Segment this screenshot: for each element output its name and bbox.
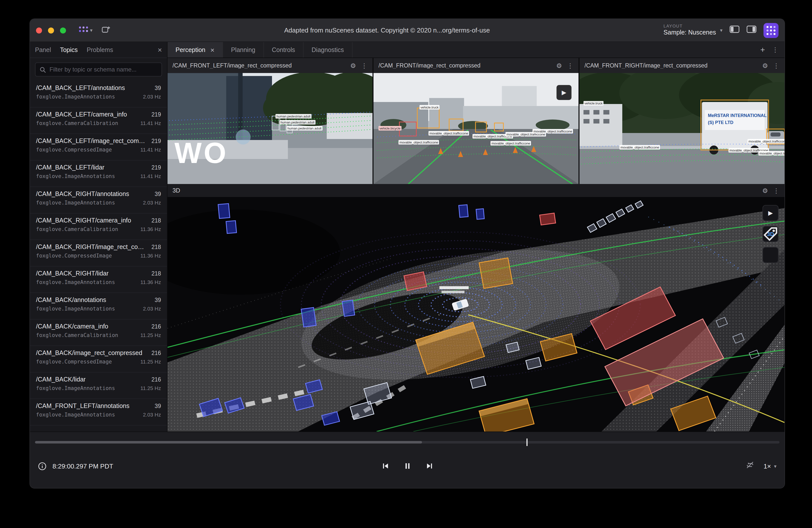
tab-label: Diagnostics <box>311 46 344 53</box>
panel-settings-button[interactable]: ⚙ <box>762 187 768 194</box>
tab-perception[interactable]: Perception × <box>168 42 223 58</box>
sidebar-tab-panel[interactable]: Panel <box>35 46 51 53</box>
panel-settings-button[interactable]: ⚙ <box>556 62 562 69</box>
topic-row[interactable]: /CAM_BACK/camera_info 216 foxglove.Camer… <box>30 320 167 346</box>
title-bar: ▾ Adapted from nuScenes dataset. Copyrig… <box>30 19 784 42</box>
layout-label: LAYOUT <box>664 24 682 29</box>
topic-name: /CAM_BACK_LEFT/camera_info <box>36 111 127 118</box>
tab-close-icon[interactable]: × <box>211 46 215 53</box>
topic-row[interactable]: /CAM_BACK/lidar 216 foxglove.ImageAnnota… <box>30 372 167 399</box>
seek-forward-button[interactable] <box>425 461 434 470</box>
info-icon[interactable] <box>38 462 46 470</box>
playback-speed-control[interactable]: 1× ▾ <box>764 462 777 470</box>
traffic-light-close[interactable] <box>36 27 42 33</box>
loop-toggle-button[interactable] <box>745 460 754 471</box>
app-menu-button[interactable]: ▾ <box>79 26 92 34</box>
layout-tab-bar: Perception × Planning Controls <box>168 42 784 58</box>
topic-schema: foxglove.CompressedImage <box>36 252 112 259</box>
panel-header: /CAM_FRONT_RIGHT/image_rect_compressed ⚙… <box>580 58 784 73</box>
topic-schema: foxglove.ImageAnnotations <box>36 173 115 179</box>
sidebar-close-button[interactable]: × <box>158 46 162 54</box>
camera-panels-row: /CAM_FRONT_LEFT/image_rect_compressed ⚙ … <box>168 58 784 184</box>
topic-schema: foxglove.CompressedImage <box>36 358 112 365</box>
topic-row[interactable]: /CAM_BACK/image_rect_compressed 216 foxg… <box>30 346 167 372</box>
foxglove-logo[interactable] <box>764 23 779 38</box>
topic-schema: foxglove.ImageAnnotations <box>36 93 115 100</box>
traffic-light-minimize[interactable] <box>48 27 54 33</box>
truck-sign-line1: MeRSTAR INTERNATIONAL <box>708 113 767 118</box>
layout-tab[interactable]: Diagnostics <box>304 42 352 58</box>
topic-frequency: 11.36 Hz <box>141 226 161 232</box>
app-window: ▾ Adapted from nuScenes dataset. Copyrig… <box>29 18 785 488</box>
panel-title: /CAM_FRONT/image_rect_compressed <box>378 62 551 69</box>
topic-row[interactable]: /CAM_BACK_LEFT/image_rect_compressed 219… <box>30 134 167 161</box>
topic-row[interactable]: /CAM_BACK_LEFT/annotations 39 foxglove.I… <box>30 81 167 107</box>
topic-row[interactable]: /CAM_FRONT_LEFT/annotations 39 foxglove.… <box>30 399 167 425</box>
topic-schema: foxglove.ImageAnnotations <box>36 279 115 285</box>
add-tab-button[interactable]: + <box>760 46 765 54</box>
topic-schema: foxglove.ImageAnnotations <box>36 385 115 391</box>
layout-tab[interactable]: Controls <box>264 42 304 58</box>
left-sidebar-icon <box>729 26 740 33</box>
topic-row[interactable]: /CAM_BACK_RIGHT/image_rect_compressed 21… <box>30 240 167 266</box>
topic-frequency: 11.36 Hz <box>141 279 161 285</box>
camera-image-front[interactable]: vehicle.truck vehicle.bicycle movable_ob… <box>374 73 579 184</box>
topic-name: /CAM_BACK_RIGHT/camera_info <box>36 217 131 224</box>
topic-frequency: 11.41 Hz <box>141 120 161 126</box>
topic-row[interactable]: /CAM_BACK_LEFT/lidar 219 foxglove.ImageA… <box>30 161 167 187</box>
pause-button[interactable] <box>403 461 412 470</box>
topic-frequency: 2.03 Hz <box>143 200 161 205</box>
tag-icon <box>763 205 779 263</box>
skip-back-icon <box>381 461 390 470</box>
add-window-button[interactable] <box>102 25 111 35</box>
topic-message-count: 218 <box>151 270 161 277</box>
camera-scene-front-left: WO <box>168 73 373 184</box>
topic-filter-input[interactable] <box>49 66 158 73</box>
speed-value: 1× <box>764 462 771 470</box>
play-icon: ▶ <box>562 89 566 96</box>
topic-message-count: 218 <box>151 218 161 223</box>
topic-row[interactable]: /CAM_BACK_RIGHT/lidar 218 foxglove.Image… <box>30 266 167 293</box>
tabbar-menu-button[interactable]: ⋮ <box>772 46 779 53</box>
topic-row[interactable]: /CAM_BACK_LEFT/camera_info 219 foxglove.… <box>30 107 167 134</box>
panel-settings-button[interactable]: ⚙ <box>350 62 356 69</box>
panel-3d: 3D ⚙ ⋮ <box>168 184 784 431</box>
right-sidebar-icon <box>746 26 756 33</box>
panel-play-overlay-button[interactable]: ▶ <box>556 85 571 100</box>
panel-menu-button[interactable]: ⋮ <box>361 62 367 69</box>
camera-image-front-left[interactable]: WO <box>168 73 373 184</box>
layout-tab[interactable]: Planning <box>223 42 264 58</box>
camera-scene-front-right: MeRSTAR INTERNATIONAL (S) PTE LTD <box>580 73 784 184</box>
traffic-light-zoom[interactable] <box>60 27 66 33</box>
threed-viewport[interactable]: ▶ 3D <box>168 197 784 431</box>
playback-info: 8:29:00.297 PM PDT <box>38 462 113 470</box>
panel-title: /CAM_FRONT_RIGHT/image_rect_compressed <box>584 62 757 69</box>
tab-label: Perception <box>175 46 205 53</box>
topic-name: /CAM_BACK_RIGHT/image_rect_compressed <box>36 244 147 250</box>
topic-filter <box>35 62 162 76</box>
camera-image-front-right[interactable]: MeRSTAR INTERNATIONAL (S) PTE LTD <box>580 73 784 184</box>
topic-name: /CAM_BACK_LEFT/lidar <box>36 164 104 171</box>
sidebar-tab-problems[interactable]: Problems <box>87 46 113 53</box>
playhead[interactable] <box>526 439 527 446</box>
topic-row[interactable]: /CAM_BACK_RIGHT/camera_info 218 foxglove… <box>30 214 167 240</box>
panel-menu-button[interactable]: ⋮ <box>773 62 780 69</box>
threed-tag-button[interactable] <box>763 247 779 263</box>
topic-message-count: 39 <box>155 403 161 409</box>
sidebar-tab-topics[interactable]: Topics <box>60 46 78 53</box>
right-sidebar-toggle[interactable] <box>746 26 756 35</box>
topic-row[interactable]: /CAM_BACK/annotations 39 foxglove.ImageA… <box>30 293 167 320</box>
panel-menu-button[interactable]: ⋮ <box>567 62 574 69</box>
topic-frequency: 11.41 Hz <box>141 173 161 179</box>
panel-menu-button[interactable]: ⋮ <box>773 187 780 194</box>
left-sidebar-toggle[interactable] <box>729 26 740 35</box>
seek-backward-button[interactable] <box>381 461 390 470</box>
layout-tabs: Planning Controls Diagnostics <box>223 42 352 58</box>
topic-frequency: 11.25 Hz <box>141 385 161 391</box>
topic-frequency: 2.03 Hz <box>143 411 161 417</box>
seek-bar[interactable] <box>35 441 780 443</box>
topic-row[interactable]: /CAM_BACK_RIGHT/annotations 39 foxglove.… <box>30 187 167 214</box>
topic-message-count: 216 <box>151 350 161 356</box>
panel-settings-button[interactable]: ⚙ <box>762 62 768 69</box>
layout-picker[interactable]: LAYOUT Sample: Nuscenes ▾ <box>664 24 723 36</box>
